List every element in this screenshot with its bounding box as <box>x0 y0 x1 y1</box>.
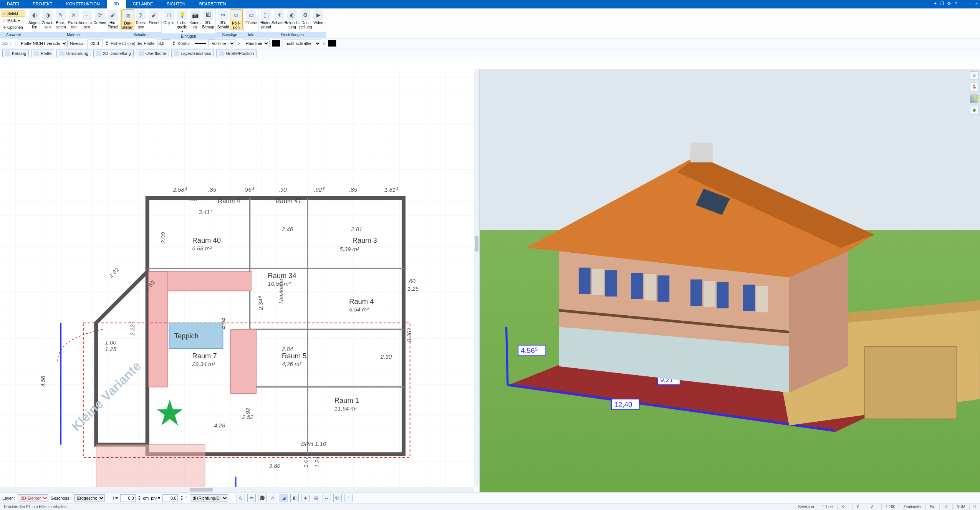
ribbon-btn-label: Pinsel <box>108 25 118 29</box>
layer-btn[interactable]: Layer/Geschoss <box>171 50 214 57</box>
help-icon[interactable]: ? <box>952 0 959 8</box>
ribbon-btn-label: sion <box>233 25 240 30</box>
ribbon-btn-dar[interactable]: ▧Dar-stellen <box>121 9 134 30</box>
haarlinie-select[interactable]: Haarlinie <box>243 40 270 47</box>
menu-tab-datei[interactable]: DATEI <box>0 0 26 8</box>
gt-icon[interactable]: > <box>323 41 326 46</box>
oberflaeche-btn[interactable]: Oberfläche <box>136 50 169 57</box>
palette-icon[interactable] <box>970 94 978 103</box>
close-icon[interactable]: × <box>973 0 980 8</box>
ribbon-btn-schatten[interactable]: ☀Schatten <box>273 9 286 25</box>
mode-b-icon[interactable]: ◧ <box>290 494 299 502</box>
katalog-btn[interactable]: Katalog <box>2 50 29 57</box>
mode-d-icon[interactable]: ▦ <box>312 494 320 502</box>
spinner-icon[interactable]: ▲▼ <box>105 40 108 46</box>
mark-btn[interactable]: ✔Mark. ▾ <box>2 17 25 24</box>
layers-icon[interactable]: ≡ <box>970 71 978 80</box>
l-input[interactable] <box>120 494 136 502</box>
platte-btn[interactable]: Platte <box>31 50 54 57</box>
more-icon[interactable]: ⋮ <box>344 494 353 502</box>
sys-icon-3[interactable]: ⟳ <box>945 0 952 8</box>
ribbon-btn-objekt[interactable]: ◻Objekt <box>162 9 175 25</box>
stroke-color-swatch[interactable] <box>272 40 280 47</box>
mode-a-icon[interactable]: ◢ <box>280 494 288 502</box>
scrollbar-vertical[interactable] <box>474 69 479 487</box>
menu-tab-projekt[interactable]: PROJEKT <box>26 0 60 8</box>
bottom-bar: Layer : 2D-Elemen Geschoss : Erdgeschos … <box>0 492 980 503</box>
spinner-icon[interactable]: ▲▼ <box>172 40 175 46</box>
group-caption: Einstellungen <box>259 32 326 38</box>
sys-icon-1[interactable]: ✦ <box>932 0 939 8</box>
gt-icon[interactable]: > <box>238 41 240 46</box>
print-icon[interactable]: ⎙ <box>269 494 277 502</box>
ribbon-btn-zuwei[interactable]: ◑Zuwei-sen <box>41 9 54 29</box>
menu-tab-sichten[interactable]: SICHTEN <box>160 0 192 8</box>
scrollbar-horizontal[interactable] <box>0 487 474 492</box>
svg-text:.92: .92 <box>245 407 251 416</box>
ribbon-btn-beleuch[interactable]: ◐Beleuch-tung <box>286 9 299 29</box>
clock-icon[interactable]: ◷ <box>237 494 245 502</box>
ribbon-btn-abgrei[interactable]: ◐Abgrei-fen <box>28 9 41 29</box>
monitor-icon[interactable]: ▭ <box>247 494 256 502</box>
ribbon-btn-rech[interactable]: ∑Rech-nen <box>134 9 147 29</box>
ribbon-btn-hinter[interactable]: ⬚Hinter-grund <box>260 9 273 29</box>
ribbon-icon: ▭ <box>246 10 256 20</box>
phi-input[interactable] <box>162 494 178 502</box>
furniture-icon[interactable]: 🪑 <box>970 83 978 91</box>
menu-tab-gelaende[interactable]: GELÄNDE <box>126 0 160 8</box>
ribbon-btn-hin[interactable]: 🖌Hin.Pinsel <box>106 9 119 29</box>
optionen-btn[interactable]: ✚Optionen <box>2 24 25 31</box>
grid-icon[interactable]: ▪▪ <box>323 494 331 502</box>
spinner-icon[interactable]: ▲▼ <box>180 495 183 501</box>
selekt-btn[interactable]: ➤Selekt <box>2 10 25 17</box>
camera-icon[interactable]: 🎥 <box>258 494 267 502</box>
ribbon-btn-drehen[interactable]: ⟳Drehen <box>93 9 106 25</box>
spinner-icon[interactable]: ▲▼ <box>138 495 141 501</box>
ribbon-btn-d[interactable]: ✂3D-Schnitt <box>217 9 230 29</box>
sys-icon-2[interactable]: ❐ <box>939 0 945 8</box>
pane-2d[interactable]: 2.58⁵.85.96⁵.90.92⁵.851.81⁵ Teppich <box>0 69 480 492</box>
ribbon-btn-licht[interactable]: 💡Licht-quelle ▾ <box>175 9 189 33</box>
ribbon-btn-kolli[interactable]: ⧉Kolli-sion <box>230 9 243 30</box>
surface-icon <box>139 51 144 56</box>
status-sel: 1:1 sel <box>818 503 838 510</box>
north-icon[interactable]: Ⓝ <box>333 494 342 502</box>
fill-select[interactable]: nicht schraffiert <box>283 40 321 47</box>
status-r: R <box>970 503 980 510</box>
status-help: Drücken Sie F1, um Hilfe zu erhalten. <box>0 503 794 510</box>
platte-icon[interactable] <box>10 41 15 46</box>
minimize-icon[interactable]: – <box>959 0 966 8</box>
tree-icon[interactable]: ❀ <box>970 106 978 114</box>
ribbon-btn-label: Zuwei- <box>42 21 53 25</box>
mode-c-icon[interactable]: ◈ <box>301 494 310 502</box>
ribbon-btn-dar[interactable]: ⚙Dar-stellung <box>299 9 312 29</box>
menu-tab-konstruktion[interactable]: KONSTRUKTION <box>59 0 106 8</box>
geschoss-select[interactable]: Erdgeschos <box>74 494 105 502</box>
platte-select[interactable]: Platte NICHT verschnit <box>18 40 68 47</box>
menu-tab-bearbeiten[interactable]: BEARBEITEN <box>192 0 233 8</box>
ribbon-btn-d[interactable]: 🖼3D-Bitmap <box>202 9 215 29</box>
ribbon-btn-kame[interactable]: 📷Kame-ra <box>189 9 202 29</box>
floor-plan[interactable]: 2.58⁵.85.96⁵.90.92⁵.851.81⁵ Teppich <box>0 69 474 487</box>
kontur-style-select[interactable]: Volllinie <box>209 40 235 47</box>
ribbon-btn-flche[interactable]: ▭Fläche <box>245 9 258 25</box>
darstellung2d-btn[interactable]: 2D Darstellung <box>93 50 134 57</box>
richtung-select[interactable]: dl (Richtung/Di <box>190 494 228 502</box>
pane-3d[interactable]: 4,56⁵ 12,40 1,61 9,21 <box>480 69 980 492</box>
restore-icon[interactable]: ▫ <box>966 0 973 8</box>
ribbon-icon: ☀ <box>274 10 284 20</box>
ribbon-btn-skalie[interactable]: ⤧Skalie-ren <box>67 9 80 29</box>
umrandung-btn[interactable]: Umrandung <box>56 50 91 57</box>
niveau-input[interactable] <box>88 40 103 47</box>
menu-tab-3d[interactable]: 3D <box>107 0 126 8</box>
ribbon-btn-verschie[interactable]: ↔Verschie-ben <box>80 9 93 29</box>
groesse-btn[interactable]: Größe/Position <box>216 50 257 57</box>
ribbon-icon: ✂ <box>218 10 228 20</box>
svg-text:Raum 4: Raum 4 <box>349 297 374 305</box>
fill-color-swatch[interactable] <box>328 40 336 47</box>
layer-select[interactable]: 2D-Elemen <box>18 494 48 502</box>
ribbon-btn-pinsel[interactable]: 🖌Pinsel <box>147 9 161 25</box>
ribbon-btn-bear[interactable]: ✎Bear-beiten <box>54 9 67 29</box>
dicke-input[interactable] <box>157 40 170 47</box>
ribbon-btn-video[interactable]: ▶Video <box>312 9 325 25</box>
